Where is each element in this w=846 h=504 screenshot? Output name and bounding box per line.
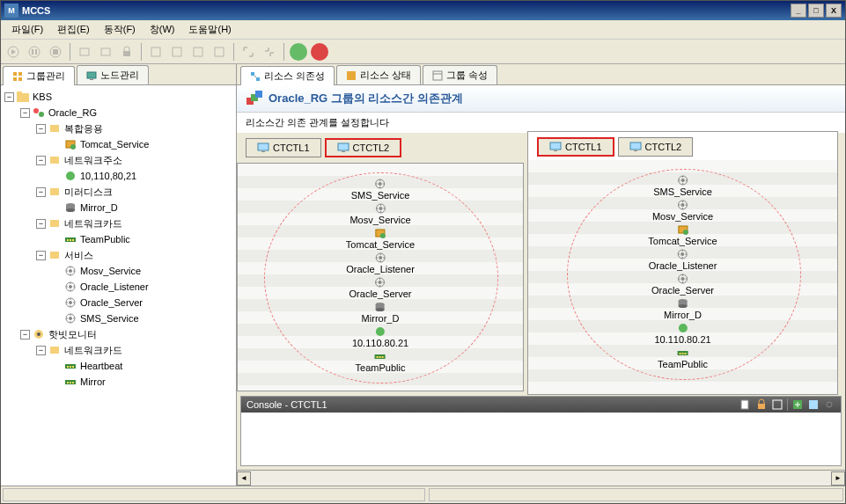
resource-icon (373, 202, 387, 215)
resource-node[interactable]: Oracle_Listener (346, 252, 415, 274)
tab-node-management[interactable]: 노드관리 (77, 65, 149, 84)
tool-action3-icon[interactable] (189, 43, 207, 61)
console-settings-icon[interactable] (823, 398, 835, 411)
resource-node[interactable]: 10.110.80.21 (654, 322, 710, 345)
tree-category[interactable]: − 복합응용 (36, 121, 232, 136)
resource-node[interactable]: Tomcat_Service (346, 227, 415, 250)
collapse-icon[interactable]: − (20, 330, 30, 340)
tree-group-oracle-rg[interactable]: − Oracle_RG (20, 105, 232, 121)
tree-resource[interactable]: Mirror_D (52, 200, 232, 215)
console-copy-icon[interactable] (739, 398, 752, 411)
menu-file[interactable]: 파일(F) (4, 21, 50, 38)
svg-rect-110 (684, 353, 686, 354)
console-add-icon[interactable] (791, 398, 804, 411)
tree-hotbit-monitor[interactable]: − 핫빗모니터 (20, 326, 232, 342)
menu-window[interactable]: 창(W) (143, 21, 182, 38)
console-clear-icon[interactable] (771, 398, 783, 411)
collapse-icon[interactable]: − (4, 92, 14, 102)
tool-collapse-icon[interactable] (261, 43, 278, 61)
maximize-button[interactable]: □ (808, 4, 824, 18)
svg-rect-13 (215, 47, 224, 56)
tree-resource[interactable]: Oracle_Listener (52, 279, 232, 295)
collapse-icon[interactable]: − (36, 187, 46, 197)
collapse-icon[interactable]: − (36, 251, 46, 260)
resource-icon (675, 273, 689, 285)
resource-node[interactable]: Oracle_Server (651, 273, 714, 296)
resource-node[interactable]: Mosv_Service (652, 199, 713, 222)
tab-group-management[interactable]: 그룹관리 (3, 66, 75, 85)
console-body[interactable] (241, 413, 841, 465)
tree-category[interactable]: − 서비스 (36, 247, 232, 263)
resource-label: SMS_Service (351, 190, 410, 201)
minimize-button[interactable]: _ (791, 4, 806, 18)
dependency-diagram-right[interactable]: CTCTL1 CTCTL2 SMS_Service (527, 131, 838, 395)
console-lock-icon[interactable] (755, 398, 768, 411)
tool-status-red-icon[interactable] (311, 43, 328, 61)
dependency-diagram-left[interactable]: SMS_Service Mosv_Service Tomcat_Service … (237, 163, 524, 391)
tree-resource[interactable]: Oracle_Server (52, 295, 232, 310)
resource-node[interactable]: TeamPublic (658, 347, 708, 369)
tree-resource[interactable]: SMS_Service (52, 310, 232, 326)
resource-node[interactable]: Oracle_Listener (649, 248, 717, 271)
tree-hotbit-nc[interactable]: − 네트워크카드 (36, 342, 232, 358)
tree-resource[interactable]: Mosv_Service (52, 263, 232, 279)
menu-edit[interactable]: 편집(E) (50, 21, 97, 38)
collapse-icon[interactable]: − (36, 219, 46, 229)
tab-group-properties[interactable]: 그룹 속성 (423, 65, 497, 84)
tab-resource-status[interactable]: 리소스 상태 (336, 65, 421, 84)
tree-resource[interactable]: TeamPublic (52, 231, 232, 247)
tab-resource-dependency[interactable]: 리소스 의존성 (240, 66, 335, 85)
tree-view[interactable]: − KBS − Oracle_RG − 복합응용 Tomcat_Ser (1, 85, 236, 486)
tree-label: Mirror_D (80, 202, 118, 213)
menu-help[interactable]: 도움말(H) (181, 21, 238, 38)
collapse-icon[interactable]: − (36, 346, 46, 355)
resource-node[interactable]: 10.110.80.21 (352, 325, 408, 348)
close-button[interactable]: X (826, 4, 842, 18)
resource-node[interactable]: SMS_Service (351, 178, 410, 201)
tree-category[interactable]: − 네트워크주소 (36, 152, 232, 168)
tree-category[interactable]: − 미러디스크 (36, 184, 232, 200)
resource-icon (373, 325, 387, 338)
collapse-icon[interactable]: − (36, 156, 46, 165)
collapse-icon[interactable]: − (36, 124, 46, 134)
header-icon (246, 91, 263, 106)
tool-play-icon[interactable] (4, 43, 22, 61)
node-button-ctctl1-right[interactable]: CTCTL1 (537, 137, 614, 157)
resource-label: Oracle_Server (651, 285, 714, 296)
tree-resource[interactable]: Heartbeat (52, 358, 232, 374)
horizontal-scrollbar[interactable]: ◄ ► (237, 470, 845, 486)
tool-expand-icon[interactable] (239, 43, 257, 61)
tree-resource[interactable]: Mirror (52, 374, 232, 390)
collapse-icon[interactable]: − (20, 108, 30, 118)
tool-node2-icon[interactable] (97, 43, 114, 61)
tool-status-green-icon[interactable] (290, 43, 307, 61)
tool-action1-icon[interactable] (147, 43, 165, 61)
svg-rect-59 (256, 77, 260, 81)
scroll-track[interactable] (251, 471, 831, 486)
tool-pause-icon[interactable] (26, 43, 43, 61)
svg-rect-35 (67, 239, 69, 241)
node-button-ctctl1[interactable]: CTCTL1 (246, 138, 321, 157)
resource-node[interactable]: SMS_Service (653, 174, 712, 197)
resource-node[interactable]: Mirror_D (362, 301, 400, 324)
tree-resource[interactable]: Tomcat_Service (52, 136, 232, 152)
tree-resource[interactable]: 10,110,80,21 (52, 168, 232, 184)
resource-node[interactable]: Tomcat_Service (648, 223, 717, 246)
node-button-ctctl2-right[interactable]: CTCTL2 (618, 137, 694, 157)
menu-action[interactable]: 동작(F) (97, 21, 143, 38)
resource-node[interactable]: Mosv_Service (349, 202, 410, 225)
scroll-right-icon[interactable]: ► (831, 471, 845, 486)
tree-root-kbs[interactable]: − KBS (4, 89, 232, 105)
node-button-ctctl2[interactable]: CTCTL2 (325, 138, 402, 157)
tree-category[interactable]: − 네트워크카드 (36, 215, 232, 231)
resource-node[interactable]: Mirror_D (664, 297, 702, 320)
tool-action2-icon[interactable] (168, 43, 186, 61)
console-window-icon[interactable] (807, 398, 820, 411)
resource-node[interactable]: Oracle_Server (349, 276, 412, 299)
tool-node1-icon[interactable] (76, 43, 93, 61)
tool-stop-icon[interactable] (47, 43, 64, 61)
resource-node[interactable]: TeamPublic (356, 350, 406, 373)
scroll-left-icon[interactable]: ◄ (237, 471, 251, 486)
tool-action4-icon[interactable] (210, 43, 228, 61)
tool-lock-icon[interactable] (118, 43, 136, 61)
